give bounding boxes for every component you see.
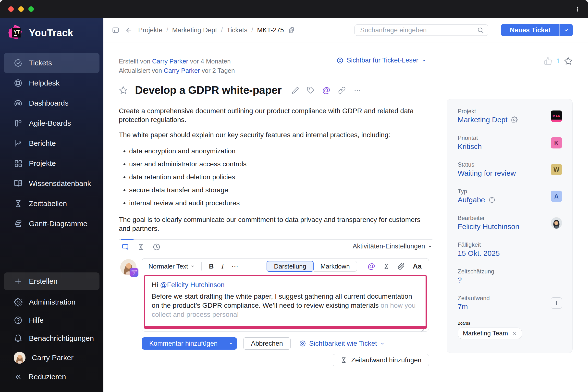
window-close-button[interactable] xyxy=(8,6,14,12)
status-value[interactable]: Waiting for review xyxy=(458,168,516,178)
due-date-value[interactable]: 15 Okt. 2025 xyxy=(458,248,500,258)
search-icon[interactable] xyxy=(477,26,484,34)
field-bearbeiter: Bearbeiter Felicity Hutchinson xyxy=(458,214,562,232)
sidebar-item-zeittabellen[interactable]: Zeittabellen xyxy=(4,194,100,214)
italic-button[interactable]: I xyxy=(218,262,226,271)
created-user-link[interactable]: Carry Parker xyxy=(152,58,188,65)
window-menu-icon[interactable] xyxy=(574,6,581,12)
sidebar-collapse[interactable]: Reduzieren xyxy=(4,368,100,386)
ai-mention-icon[interactable]: @ xyxy=(322,86,330,95)
activity-settings[interactable]: Aktivitäten-Einstellungen xyxy=(352,242,432,250)
attach-icon[interactable] xyxy=(398,263,405,270)
project-badge[interactable]: MAR xyxy=(551,110,562,122)
secondary-nav: Erstellen Administration Hilfe Benachric… xyxy=(0,272,104,348)
sidebar-item-berichte[interactable]: Berichte xyxy=(4,133,100,153)
bell-icon xyxy=(14,334,22,343)
priority-badge[interactable]: K xyxy=(551,137,562,148)
assignee-avatar[interactable] xyxy=(551,217,562,228)
edit-title-icon[interactable] xyxy=(292,86,299,94)
project-settings-icon[interactable] xyxy=(511,116,518,123)
history-tab-icon[interactable] xyxy=(153,243,160,251)
search-box xyxy=(354,24,488,36)
description-bullet: user and administrator access controls xyxy=(129,160,430,168)
sidebar-item-benachrichtigungen[interactable]: Benachrichtigungen xyxy=(4,329,100,348)
sidebar-item-hilfe[interactable]: Hilfe xyxy=(4,311,100,329)
estimate-value[interactable]: ? xyxy=(458,275,494,285)
comment-input[interactable]: Hi @Felicity Hutchinson Before we start … xyxy=(144,275,427,329)
visibility-selector[interactable]: Sichtbar für Ticket-Leser xyxy=(336,56,426,64)
sidebar-item-administration[interactable]: Administration xyxy=(4,293,100,311)
updated-user-link[interactable]: Carry Parker xyxy=(164,67,200,74)
sidebar-user[interactable]: Carry Parker xyxy=(4,348,100,368)
add-spent-time-button[interactable]: Zeitaufwand hinzufügen xyxy=(333,354,429,366)
resize-handle[interactable] xyxy=(420,327,425,332)
fields-panel: Projekt Marketing Dept MAR Priorität Kri… xyxy=(447,99,572,353)
spent-time-tab-icon[interactable] xyxy=(137,243,144,251)
board-chip[interactable]: Marketing Team xyxy=(458,328,522,339)
spent-time-icon[interactable] xyxy=(383,263,390,270)
comments-tab-icon[interactable] xyxy=(121,243,129,251)
toggle-sidebar-icon[interactable] xyxy=(112,26,120,34)
tab-darstellung[interactable]: Darstellung xyxy=(266,261,314,272)
sidebar-item-agile-boards[interactable]: Agile-Boards xyxy=(4,113,100,133)
search-input[interactable] xyxy=(360,26,474,34)
window-minimize-button[interactable] xyxy=(18,6,24,12)
comment-visibility-selector[interactable]: Sichtbarkeit wie Ticket xyxy=(299,340,385,348)
new-ticket-dropdown[interactable] xyxy=(559,24,573,36)
new-ticket-button[interactable]: Neues Ticket xyxy=(501,24,573,36)
type-info-icon[interactable] xyxy=(488,196,496,203)
app-window: YT YouTrack Tickets Helpdesk Dashboards xyxy=(0,0,588,392)
breadcrumb-projekte[interactable]: Projekte xyxy=(138,26,162,34)
more-formatting-button[interactable]: ⋯ xyxy=(228,262,241,271)
spent-value[interactable]: 7m xyxy=(458,302,490,312)
add-comment-button[interactable]: Kommentar hinzufügen xyxy=(142,337,237,350)
sidebar-item-tickets[interactable]: Tickets xyxy=(4,53,100,73)
board-icon xyxy=(14,119,22,128)
window-zoom-button[interactable] xyxy=(28,6,34,12)
priority-value[interactable]: Kritisch xyxy=(458,142,482,152)
type-value[interactable]: Aufgabe xyxy=(458,195,496,205)
assignee-value[interactable]: Felicity Hutchinson xyxy=(458,222,520,232)
mention-icon[interactable]: @ xyxy=(368,262,375,271)
add-comment-label: Kommentar hinzufügen xyxy=(142,340,225,348)
field-label: Typ xyxy=(458,188,496,195)
breadcrumb-marketing-dept[interactable]: Marketing Dept xyxy=(172,26,217,34)
sidebar-item-dashboards[interactable]: Dashboards xyxy=(4,93,100,113)
sidebar-item-wissensdatenbank[interactable]: Wissensdatenbank xyxy=(4,174,100,194)
type-badge[interactable]: A xyxy=(551,190,562,202)
plus-icon xyxy=(14,277,22,286)
comment-body-line: Before we start drafting the white paper… xyxy=(152,292,419,319)
title-row: Develop a GDPR white-paper @ xyxy=(119,84,572,96)
sidebar-item-erstellen[interactable]: Erstellen xyxy=(4,272,100,290)
favorite-star-icon[interactable] xyxy=(119,86,128,94)
add-comment-dropdown[interactable] xyxy=(225,337,237,350)
sidebar-item-helpdesk[interactable]: Helpdesk xyxy=(4,73,100,93)
remove-board-icon[interactable] xyxy=(512,331,517,336)
back-arrow-icon[interactable] xyxy=(125,26,133,34)
sidebar-user-name: Carry Parker xyxy=(32,354,74,362)
mention-link[interactable]: @Felicity Hutchinson xyxy=(160,281,224,288)
sidebar-item-gantt-diagramme[interactable]: Gantt-Diagramme xyxy=(4,214,100,234)
star-icon[interactable] xyxy=(564,56,572,66)
cancel-button[interactable]: Abbrechen xyxy=(243,337,290,350)
ticket-description: Create a comprehensive document outlinin… xyxy=(119,106,430,233)
tab-markdown[interactable]: Markdown xyxy=(314,261,357,272)
thumbs-up-icon[interactable] xyxy=(544,57,552,65)
sidebar-item-label: Wissensdatenbank xyxy=(29,179,91,188)
text-size-icon[interactable]: Aa xyxy=(413,262,422,270)
tag-icon[interactable] xyxy=(307,86,314,94)
more-actions-icon[interactable] xyxy=(354,86,361,94)
format-dropdown[interactable]: Normaler Text xyxy=(146,261,197,272)
status-badge[interactable]: W xyxy=(551,164,562,175)
book-icon xyxy=(14,179,22,188)
bold-button[interactable]: B xyxy=(206,262,217,271)
link-icon[interactable] xyxy=(338,86,346,94)
copy-id-icon[interactable] xyxy=(288,26,295,34)
description-bullet: secure data transfer and storage xyxy=(129,186,430,194)
breadcrumb-tickets[interactable]: Tickets xyxy=(226,26,248,34)
hourglass-icon xyxy=(14,199,22,208)
add-work-item-button[interactable] xyxy=(551,298,562,309)
sidebar-item-projekte[interactable]: Projekte xyxy=(4,153,100,174)
project-value[interactable]: Marketing Dept xyxy=(458,115,518,125)
field-projekt: Projekt Marketing Dept MAR xyxy=(458,108,562,125)
